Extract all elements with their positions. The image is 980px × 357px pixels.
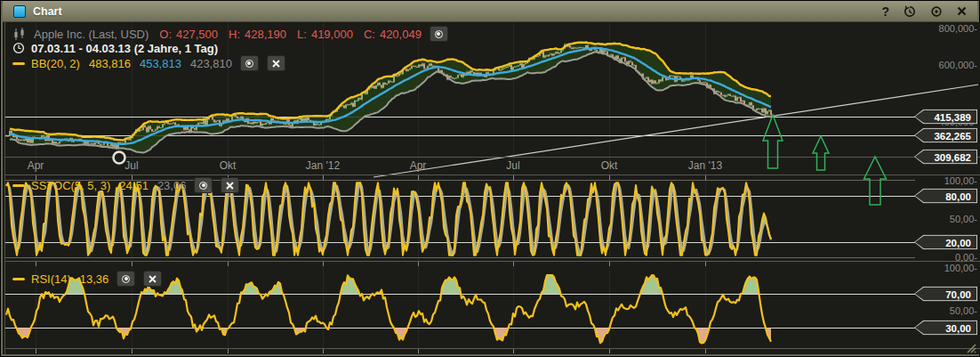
close-icon: [272, 60, 280, 68]
ohlc-high-label: H:: [229, 28, 240, 41]
sstoc-line-icon: [12, 184, 25, 187]
bb-upper-value: 483,816: [89, 57, 131, 70]
window-title: Chart: [33, 5, 62, 18]
visibility-toggle-button[interactable]: [194, 177, 213, 193]
resize-grip[interactable]: [965, 342, 976, 353]
period-legend: 07.03.11 - 04.03.13 (2 Jahre, 1 Tag): [12, 41, 218, 55]
ohlc-open-value: 427,500: [176, 28, 218, 41]
rsi-value: 13,36: [80, 272, 109, 286]
time-axis-label: Jul: [506, 159, 519, 172]
time-axis[interactable]: AprJulOktJan '12AprJulOktJan '13: [5, 158, 912, 175]
sstoc-value: 24,51: [119, 179, 149, 192]
bb-middle-value: 453,813: [140, 57, 181, 70]
visibility-icon: [122, 275, 130, 283]
bb-name: BB(20, 2): [31, 57, 80, 70]
price-axis-label: 600,000-: [939, 60, 977, 70]
visibility-icon: [435, 30, 443, 38]
ohlc-low-label: L:: [297, 28, 307, 41]
instrument-name: Apple Inc. (Last, USD): [34, 28, 149, 41]
indicator-level-tag: 80,00: [914, 189, 977, 204]
remove-indicator-button[interactable]: [221, 177, 239, 193]
time-axis-label: Apr: [28, 159, 44, 172]
ohlc-open-label: O:: [159, 28, 172, 41]
period-text: 07.03.11 - 04.03.13 (2 Jahre, 1 Tag): [31, 42, 218, 55]
ohlc-high-value: 428,190: [245, 28, 286, 41]
close-icon: [149, 275, 157, 283]
visibility-toggle-button[interactable]: [240, 55, 259, 71]
indicator-level-tag: 20,00: [914, 235, 977, 250]
price-line-tag: 309,682: [914, 150, 977, 165]
rsi-name: RSI(14): [31, 272, 71, 286]
rsi-axis-label: 50,00-: [950, 305, 977, 316]
visibility-icon: [245, 60, 253, 68]
price-axis[interactable]: 800,000-600,000-400,000-100,00-50,00-0,0…: [912, 22, 980, 354]
candlestick-icon: [12, 28, 28, 41]
sstoc-axis-label: 0,00-: [955, 252, 977, 263]
crosshair-button[interactable]: [930, 5, 943, 18]
ohlc-close-label: C:: [364, 28, 375, 41]
bb-legend[interactable]: BB(20, 2) 483,816 453,813 423,810: [12, 56, 285, 70]
sstoc-name: SSTOC(5, 5, 3): [31, 179, 110, 192]
clock-icon: [12, 42, 25, 54]
instrument-legend[interactable]: Apple Inc. (Last, USD) O:427,500H:428,19…: [12, 27, 448, 41]
sstoc-signal-value: 23,06: [157, 179, 187, 192]
ohlc-low-value: 419,000: [311, 28, 353, 41]
help-button[interactable]: ?: [881, 5, 889, 18]
target-icon: [930, 5, 943, 18]
bb-lower-value: 423,810: [190, 57, 232, 70]
visibility-toggle-button[interactable]: [430, 26, 448, 42]
indicator-level-tag: 30,00: [914, 320, 977, 336]
chart-area[interactable]: Apple Inc. (Last, USD) O:427,500H:428,19…: [4, 22, 980, 354]
time-axis-label: Jan '12: [306, 159, 340, 172]
ohlc-close-value: 420,049: [380, 28, 422, 41]
sstoc-axis-label: 50,00-: [950, 214, 977, 224]
sstoc-pane[interactable]: [6, 183, 771, 255]
close-icon: [957, 6, 967, 16]
sstoc-legend[interactable]: SSTOC(5, 5, 3) 24,51 23,06: [12, 178, 239, 192]
close-button[interactable]: [957, 6, 967, 16]
rsi-line-icon: [12, 278, 25, 280]
price-line-tag: 415,389: [914, 110, 977, 125]
chart-window: Chart ?: [1, 1, 979, 356]
titlebar[interactable]: Chart ?: [3, 1, 977, 22]
time-axis-label: Jul: [125, 159, 138, 172]
rsi-axis-label: 100,00-: [944, 263, 977, 273]
remove-indicator-button[interactable]: [143, 271, 162, 287]
bb-line-icon: [12, 62, 25, 65]
price-line-tag: 362,265: [914, 128, 977, 143]
history-icon: [904, 5, 916, 18]
history-button[interactable]: [904, 5, 916, 18]
time-axis-label: Apr: [410, 159, 427, 172]
chart-app-icon: [13, 5, 26, 18]
close-icon: [226, 182, 234, 190]
remove-indicator-button[interactable]: [267, 55, 285, 71]
time-axis-label: Okt: [220, 159, 237, 172]
visibility-icon: [199, 182, 207, 190]
time-axis-label: Okt: [601, 159, 618, 172]
ohlc-values: O:427,500H:428,190L:419,000C:420,049: [149, 28, 422, 41]
price-axis-label: 800,000-: [939, 23, 977, 34]
rsi-legend[interactable]: RSI(14) 13,36: [12, 272, 162, 286]
time-axis-label: Jan '13: [688, 159, 722, 172]
sstoc-axis-label: 100,00-: [944, 175, 977, 186]
indicator-level-tag: 70,00: [914, 287, 977, 302]
visibility-toggle-button[interactable]: [116, 271, 135, 287]
